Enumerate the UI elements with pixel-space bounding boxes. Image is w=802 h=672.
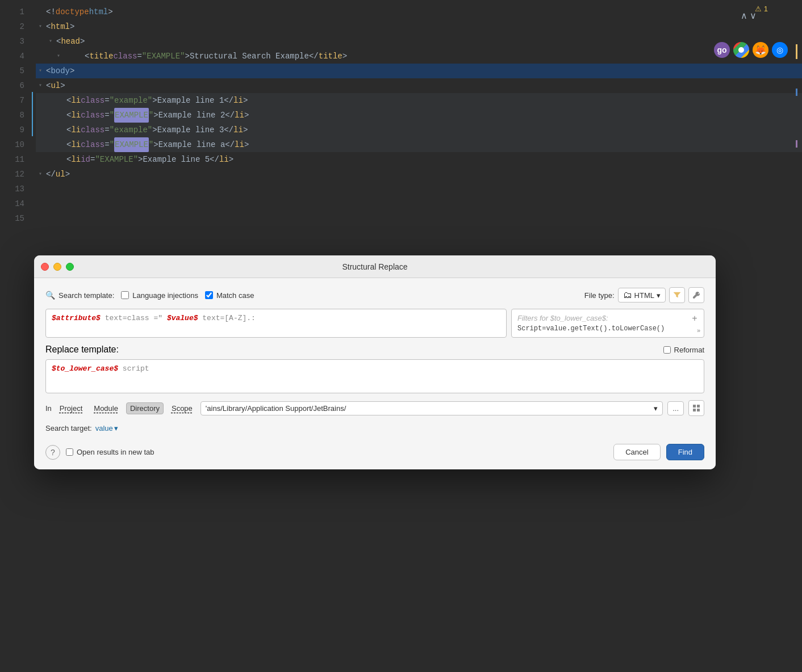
language-injections-checkbox[interactable]: [121, 291, 129, 299]
code-line-11: <li id="EXAMPLE">Example line 5</li>: [36, 152, 802, 167]
replace-template-label: Replace template:: [45, 345, 119, 355]
scope-directory-button[interactable]: Directory: [126, 402, 164, 414]
line-numbers: 1 2 3 4 5 6 7 8 9 10 11 12 13 14 15: [0, 0, 31, 267]
nav-arrows[interactable]: ∧ ∨: [741, 10, 757, 21]
code-line-1: <!doctype html>: [36, 5, 802, 19]
search-target-row: Search target: value ▾: [45, 424, 704, 432]
code-line-6: ▾ <ul>: [36, 78, 802, 93]
code-line-14: [36, 196, 802, 211]
warning-area: ⚠ 1 ∧ ∨: [755, 5, 768, 13]
filters-expand-button[interactable]: »: [697, 327, 700, 334]
search-target-value-select[interactable]: value ▾: [95, 424, 118, 432]
fold-arrow-12[interactable]: ▾: [36, 170, 45, 179]
cancel-button[interactable]: Cancel: [613, 444, 660, 460]
language-injections-label: Language injections: [132, 291, 198, 300]
code-line-2: ▾ <html>: [36, 19, 802, 34]
scope-dots-button[interactable]: ...: [667, 401, 684, 415]
reformat-group: Reformat: [663, 346, 704, 354]
match-case-label: Match case: [216, 291, 254, 300]
search-input-area: $attribute$ text=class =" $value$ text=[…: [45, 309, 704, 338]
structural-replace-dialog: Structural Replace 🔍 Search template: La…: [34, 255, 716, 469]
scope-path-text: 'ains/Library/Application Support/JetBra…: [206, 404, 651, 413]
wrench-button[interactable]: [688, 287, 704, 303]
options-row: 🔍 Search template: Language injections M…: [45, 287, 704, 303]
firefox-icon[interactable]: 🦊: [753, 42, 768, 58]
search-field-text-1: text=class =": [105, 314, 162, 322]
warning-count: 1: [764, 5, 768, 13]
dialog-titlebar: Structural Replace: [34, 255, 716, 278]
fold-arrow-5[interactable]: ▾: [36, 66, 45, 75]
svg-rect-3: [697, 409, 700, 411]
file-type-chevron-icon: ▾: [657, 291, 661, 300]
nav-down-icon[interactable]: ∨: [750, 10, 757, 21]
search-target-value: value: [95, 424, 113, 432]
file-type-label: File type:: [584, 291, 615, 300]
search-field[interactable]: $attribute$ text=class =" $value$ text=[…: [45, 309, 507, 338]
help-button[interactable]: ?: [45, 445, 60, 460]
svg-rect-0: [693, 405, 696, 408]
nav-up-icon[interactable]: ∧: [741, 10, 747, 21]
gutter-accent: [796, 0, 797, 267]
code-line-3: ▾ <head>: [36, 34, 802, 49]
maximize-button[interactable]: [66, 263, 74, 271]
file-type-select[interactable]: 🗂 HTML ▾: [618, 288, 666, 303]
find-button[interactable]: Find: [666, 444, 704, 460]
filters-panel: Filters for $to_lower_case$: Script=valu…: [511, 309, 704, 338]
close-button[interactable]: [41, 263, 49, 271]
code-line-5: ▾ <body>: [36, 64, 802, 78]
code-line-15: [36, 211, 802, 226]
warning-badge[interactable]: ⚠ 1: [755, 5, 768, 13]
language-injections-group: Language injections: [121, 291, 198, 300]
wrench-icon: [692, 291, 700, 299]
dialog-body: 🔍 Search template: Language injections M…: [34, 278, 716, 469]
code-line-7: <li class="example">Example line 1</li>: [36, 93, 802, 108]
gutter-yellow: [796, 44, 797, 59]
search-target-label: Search target:: [45, 424, 92, 432]
svg-rect-2: [693, 409, 696, 411]
safari-icon[interactable]: ◎: [772, 42, 788, 58]
target-chevron-icon: ▾: [114, 424, 118, 432]
replace-input[interactable]: $to_lower_case$ script: [45, 359, 704, 393]
fold-arrow-4[interactable]: ▾: [54, 52, 63, 61]
traffic-lights: [41, 263, 74, 271]
match-case-group: Match case: [205, 291, 254, 300]
scope-module-button[interactable]: Module: [90, 403, 122, 414]
code-line-9: <li class="example">Example line 3</li>: [36, 123, 802, 137]
help-icon: ?: [51, 448, 55, 457]
open-results-checkbox[interactable]: [66, 448, 73, 456]
reformat-label: Reformat: [674, 346, 704, 354]
scope-grid-icon: [692, 404, 700, 412]
fold-arrow-3[interactable]: ▾: [46, 37, 55, 46]
goland-icon[interactable]: go: [714, 42, 730, 58]
filter-icon: [673, 291, 681, 299]
file-type-value: HTML: [634, 291, 654, 300]
dialog-title: Structural Replace: [342, 262, 407, 271]
scope-row: In Project Module Directory Scope 'ains/…: [45, 400, 704, 416]
filter-button[interactable]: [669, 287, 685, 303]
scope-project-button[interactable]: Project: [56, 403, 86, 414]
gutter-purple: [796, 140, 797, 148]
filters-add-button[interactable]: +: [689, 313, 700, 324]
reformat-checkbox[interactable]: [663, 346, 671, 354]
action-buttons: Cancel Find: [613, 444, 704, 460]
code-line-8: <li class="EXAMPLE">Example line 2</li>: [36, 108, 802, 123]
chrome-icon[interactable]: [733, 42, 749, 58]
code-line-4: ▾ <title class="EXAMPLE">Structural Sear…: [36, 49, 802, 64]
open-results-label: Open results in new tab: [77, 448, 154, 456]
fold-guide-body: [32, 92, 33, 136]
fold-arrow-6[interactable]: ▾: [36, 81, 45, 90]
code-line-12: ▾ </ul>: [36, 167, 802, 182]
svg-rect-1: [697, 405, 700, 408]
search-field-text-2: text=[A-Z].:: [202, 314, 256, 322]
scope-grid-button[interactable]: [688, 400, 704, 416]
minimize-button[interactable]: [53, 263, 61, 271]
match-case-checkbox[interactable]: [205, 291, 213, 299]
fold-arrow-2[interactable]: ▾: [36, 22, 45, 31]
scope-scope-button[interactable]: Scope: [168, 403, 196, 414]
filters-title: Filters for $to_lower_case$:: [517, 314, 698, 322]
code-line-13: [36, 182, 802, 196]
code-editor: <!doctype html> ▾ <html> ▾ <head> ▾ <tit…: [31, 0, 802, 267]
search-template-label: 🔍 Search template:: [45, 291, 114, 300]
search-field-variable-2: $value$: [167, 314, 198, 322]
scope-path-select[interactable]: 'ains/Library/Application Support/JetBra…: [200, 401, 663, 415]
